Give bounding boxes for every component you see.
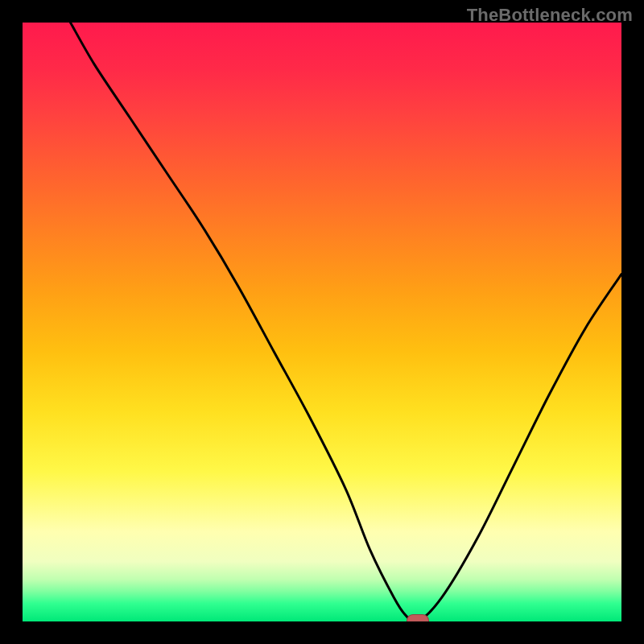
optimal-point-marker <box>407 614 429 621</box>
bottleneck-curve <box>23 23 621 621</box>
watermark: TheBottleneck.com <box>467 5 633 26</box>
plot-area <box>23 23 621 621</box>
chart-container: TheBottleneck.com <box>0 0 644 644</box>
